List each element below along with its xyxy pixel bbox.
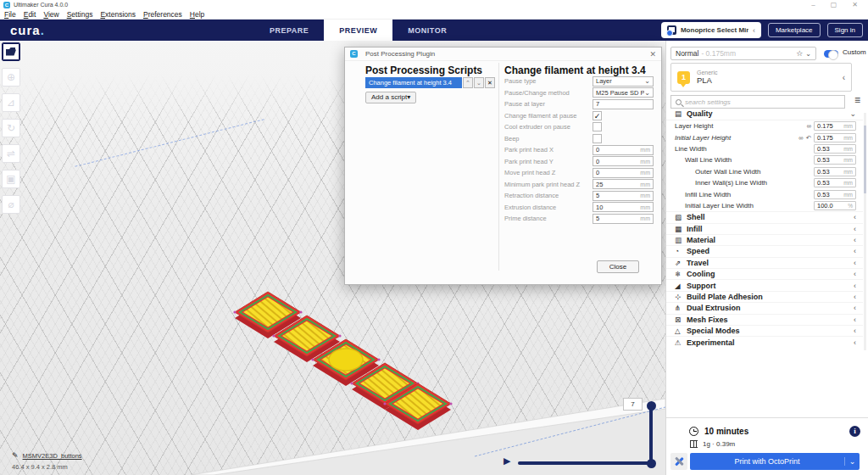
dialog-close-icon[interactable]: ✕ <box>649 50 656 59</box>
setting-row[interactable]: Inner Wall(s) Line Width0.53mm <box>666 177 863 188</box>
play-button[interactable]: ▶ <box>504 456 510 466</box>
menu-view[interactable]: View <box>43 10 58 19</box>
menu-settings[interactable]: Settings <box>67 10 93 19</box>
output-device-config-button[interactable] <box>670 453 687 470</box>
field-select[interactable]: M25 Pause SD Print⌄ <box>593 87 654 98</box>
tool-open-file-button[interactable] <box>2 42 20 61</box>
section-shell[interactable]: ▧Shell‹ <box>666 211 863 222</box>
layer-slider[interactable] <box>649 405 653 463</box>
menu-file[interactable]: File <box>4 10 16 19</box>
rename-icon[interactable]: ✎ <box>12 451 19 460</box>
tab-prepare[interactable]: PREPARE <box>254 20 324 41</box>
menu-help[interactable]: Help <box>190 10 204 19</box>
favorite-star-icon[interactable]: ☆ <box>796 49 803 58</box>
section-speed[interactable]: ◔Speed‹ <box>666 245 863 256</box>
setting-value-box[interactable]: 100.0% <box>814 201 856 210</box>
setting-value-box[interactable]: 0.53mm <box>814 155 856 165</box>
setting-row[interactable]: Line Width0.53mm <box>666 143 863 154</box>
tool-support-blocker-button[interactable]: ⌀ <box>2 195 20 214</box>
tool-mirror-button[interactable]: ⇌ <box>2 144 20 163</box>
maximize-button[interactable]: ▢ <box>831 1 837 9</box>
tool-move-button[interactable]: ⊕ <box>2 68 20 87</box>
field-input[interactable]: 25mm <box>593 179 654 189</box>
layer-number-box[interactable]: 7 <box>623 398 643 411</box>
setting-row[interactable]: Initial Layer Line Width100.0% <box>666 200 863 211</box>
setting-value-box[interactable]: 0.175mm <box>814 121 856 131</box>
section-cooling[interactable]: ❄Cooling‹ <box>666 268 863 279</box>
settings-menu-icon[interactable]: ≡ <box>854 94 860 106</box>
link-icon[interactable]: ∞ <box>798 134 803 142</box>
chevron-down-icon: ⌄ <box>805 50 811 58</box>
rotate-icon: ↻ <box>7 123 15 133</box>
field-checkbox[interactable]: ✓ <box>593 111 602 120</box>
setting-row[interactable]: Wall Line Width0.53mm <box>666 154 863 165</box>
section-experimental[interactable]: ⚠Experimental‹ <box>666 336 863 347</box>
setting-value-box[interactable]: 0.53mm <box>814 167 856 176</box>
menu-extensions[interactable]: Extensions <box>100 10 136 19</box>
menu-preferences[interactable]: Preferences <box>143 10 182 19</box>
layer-slider-top-handle[interactable] <box>647 401 656 411</box>
section-material[interactable]: ▥Material‹ <box>666 234 863 245</box>
section-special-modes[interactable]: △Special Modes‹ <box>666 325 863 336</box>
chevron-down-icon[interactable]: ⌄ <box>844 457 860 466</box>
move-script-down-button[interactable]: ⌄ <box>474 77 484 88</box>
printer-selector[interactable]: Monoprice Select Mini V... ‹ <box>661 22 761 38</box>
setting-value-box[interactable]: 0.53mm <box>814 178 856 187</box>
link-icon[interactable]: ∞ <box>807 122 811 130</box>
setting-value-box[interactable]: 0.175mm <box>814 133 856 142</box>
minimize-button[interactable]: – <box>811 1 815 9</box>
section-dual-extrusion[interactable]: ⋔Dual Extrusion‹ <box>666 302 863 313</box>
marketplace-button[interactable]: Marketplace <box>768 23 821 37</box>
tool-per-model-settings-button[interactable]: ▣ <box>2 170 20 188</box>
field-checkbox[interactable] <box>593 134 602 143</box>
dialog-close-button[interactable]: Close <box>597 260 639 273</box>
setting-row[interactable]: Layer Height∞0.175mm <box>666 120 863 131</box>
material-selector[interactable]: 1 Generic PLA ‹ <box>670 63 852 92</box>
model-name[interactable]: MSMV2E3D_buttons <box>23 452 82 460</box>
setting-row[interactable]: Infill Line Width0.53mm <box>666 188 863 199</box>
profile-selector[interactable]: Normal - 0.175mm ☆ ⌄ <box>670 47 816 60</box>
signin-button[interactable]: Sign in <box>827 23 863 37</box>
info-icon[interactable]: i <box>849 426 860 437</box>
print-with-octoprint-button[interactable]: Print with OctoPrint ⌄ <box>690 453 860 470</box>
remove-script-button[interactable]: ✕ <box>485 77 495 88</box>
field-input[interactable]: 5mm <box>593 191 654 201</box>
sliced-model[interactable] <box>231 288 453 434</box>
custom-mode-toggle[interactable] <box>824 50 838 58</box>
field-row: Park print head X0mm <box>504 144 654 156</box>
section-quality[interactable]: ▤ Quality ⌄ <box>666 108 863 120</box>
dialog-titlebar[interactable]: C Post Processing Plugin ✕ <box>345 48 661 61</box>
menu-edit[interactable]: Edit <box>24 10 36 19</box>
field-input[interactable]: 7 <box>593 99 654 109</box>
section-support[interactable]: ◢Support‹ <box>666 279 863 290</box>
setting-value-box[interactable]: 0.53mm <box>814 144 856 154</box>
field-input[interactable]: 0mm <box>593 168 654 178</box>
setting-value-box[interactable]: 0.53mm <box>814 190 856 199</box>
move-script-up-button[interactable]: ⌃ <box>463 77 473 88</box>
setting-row[interactable]: Initial Layer Height∞↶0.175mm <box>666 131 863 142</box>
field-checkbox[interactable] <box>593 122 602 131</box>
field-input[interactable]: 10mm <box>593 202 654 212</box>
section-mesh-fixes[interactable]: ⊠Mesh Fixes‹ <box>666 314 863 325</box>
section-build-plate-adhesion[interactable]: ⊹Build Plate Adhesion‹ <box>666 291 863 302</box>
script-list-item[interactable]: Change filament at height 3.4 ⌃ ⌄ ✕ <box>365 77 495 88</box>
setting-value: 0.175 <box>817 134 843 142</box>
setting-row[interactable]: Outer Wall Line Width0.53mm <box>666 166 863 177</box>
section-travel[interactable]: ⇗Travel‹ <box>666 257 863 268</box>
simulation-timeline[interactable] <box>518 461 652 465</box>
settings-scrollbar[interactable] <box>864 113 866 350</box>
add-script-button[interactable]: Add a script▾ <box>365 92 416 103</box>
field-input[interactable]: 5mm <box>593 214 654 224</box>
field-select[interactable]: Layer⌄ <box>593 76 654 87</box>
field-input[interactable]: 0mm <box>593 145 654 155</box>
settings-search[interactable]: search settings <box>670 95 845 109</box>
tool-rotate-button[interactable]: ↻ <box>2 119 20 137</box>
tab-monitor[interactable]: MONITOR <box>392 20 462 41</box>
section-infill[interactable]: ▦Infill‹ <box>666 223 863 234</box>
tab-preview[interactable]: PREVIEW <box>324 20 392 41</box>
close-button[interactable]: ✕ <box>852 1 858 9</box>
revert-icon[interactable]: ↶ <box>806 134 811 142</box>
field-input[interactable]: 0mm <box>593 156 654 166</box>
chevron-down-icon: ⌄ <box>644 89 650 97</box>
tool-scale-button[interactable]: ⊿ <box>2 93 20 112</box>
